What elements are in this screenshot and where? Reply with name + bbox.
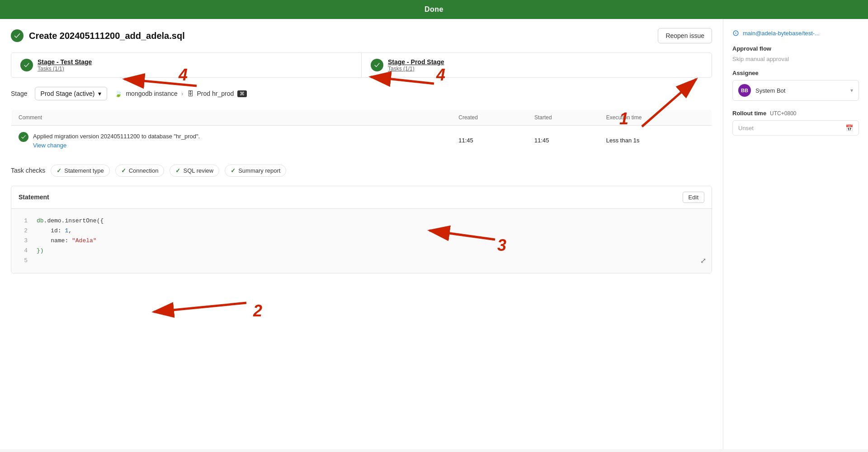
repo-link[interactable]: ⊙ main@adela-bytebase/test-... [732,28,859,38]
approval-flow-section: Approval flow Skip manual approval [732,45,859,62]
stage-prod[interactable]: Stage - Prod Stage Tasks (1/1) [361,53,712,77]
issue-status-icon [11,29,24,42]
col-started: Started [527,110,599,126]
stage-prod-status-icon [371,59,383,71]
stage-selector-label: Stage [11,90,28,97]
assignee-section: Assignee BB System Bot ▾ [732,70,859,101]
stage-test-name: Stage - Test Stage [38,58,92,66]
left-panel: Create 202405111200_add_adela.sql Reopen… [0,19,723,449]
edit-statement-button[interactable]: Edit [683,192,704,203]
check-badge-connection[interactable]: ✓ Connection [115,165,165,177]
check-badge-summary-report[interactable]: ✓ Summary report [225,165,286,177]
stage-dropdown-value: Prod Stage (active) [41,90,95,97]
rollout-unset-text: Unset [738,125,845,132]
code-text-3: name: "Adela" [37,236,97,246]
code-line-1: 1 db.demo.insertOne({ [19,216,704,226]
task-checks-row: Task checks ✓ Statement type ✓ Connectio… [11,165,712,177]
code-line-2: 2 id: 1, [19,226,704,236]
calendar-icon: 📅 [845,124,853,132]
reopen-issue-button[interactable]: Reopen issue [658,28,712,43]
rollout-label-row: Rollout time UTC+0800 [732,110,859,117]
check-label-summary-report: Summary report [238,167,280,174]
issue-title-row: Create 202405111200_add_adela.sql [11,29,185,42]
stage-prod-name[interactable]: Stage - Prod Stage [388,58,444,66]
cell-created: 11:45 [451,126,527,155]
avatar: BB [738,84,751,97]
db-icon: 🗄 [187,90,193,97]
statement-section: Statement Edit 1 db.demo.insertOne({ 2 i… [11,186,712,273]
assignee-chevron-icon: ▾ [850,87,853,94]
avatar-initials: BB [741,88,748,93]
line-num-4: 4 [19,246,28,256]
assignee-row[interactable]: BB System Bot ▾ [732,80,859,101]
code-line-3: 3 name: "Adela" [19,236,704,246]
check-label-statement: Statement type [64,167,104,174]
line-num-5: 5 [19,256,28,266]
col-comment: Comment [11,110,452,126]
stage-selector-row: Stage Prod Stage (active) ▾ 🍃 mongodb in… [11,87,712,100]
stages-row: Stage - Test Stage Tasks (1/1) Stage - P… [11,52,712,78]
right-panel: ⊙ main@adela-bytebase/test-... Approval … [723,19,868,449]
github-icon: ⊙ [732,28,739,38]
col-execution-time: Execution time [599,110,712,126]
code-text-5 [37,256,40,266]
code-block: 1 db.demo.insertOne({ 2 id: 1, 3 name: "… [11,209,712,273]
table-row: Applied migration version 202405111200 t… [11,126,712,155]
check-icon-summary-report: ✓ [231,167,236,174]
stage-test-tasks: Tasks (1/1) [38,66,92,72]
check-icon-sql-review: ✓ [175,167,180,174]
check-label-sql-review: SQL review [183,167,213,174]
repo-link-text: main@adela-bytebase/test-... [743,30,820,37]
stage-dropdown[interactable]: Prod Stage (active) ▾ [35,87,108,100]
line-num-2: 2 [19,226,28,236]
code-text-1: db.demo.insertOne({ [37,216,104,226]
status-label: Done [425,5,443,13]
expand-icon[interactable]: ⤢ [700,255,706,268]
cell-execution-time: Less than 1s [599,126,712,155]
check-label-connection: Connection [129,167,159,174]
db-leaf-icon: 🍃 [114,90,122,97]
cell-started: 11:45 [527,126,599,155]
stage-test-info: Stage - Test Stage Tasks (1/1) [38,58,92,72]
rollout-timezone: UTC+0800 [770,110,796,117]
approval-flow-label: Approval flow [732,45,859,52]
assignee-name: System Bot [755,87,846,94]
view-change-link[interactable]: View change [33,142,200,149]
statement-title: Statement [19,193,49,201]
statement-header: Statement Edit [11,186,712,209]
path-separator: › [181,90,184,97]
assignee-label: Assignee [732,70,859,76]
check-icon-statement: ✓ [57,167,61,174]
rollout-time-label: Rollout time [732,110,766,117]
db-instance-name: mongodb instance [126,90,177,97]
line-num-3: 3 [19,236,28,246]
task-checks-label: Task checks [11,167,45,174]
stage-test-status-icon [20,59,33,71]
code-line-4: 4 }) [19,246,704,256]
line-num-1: 1 [19,216,28,226]
db-name: Prod hr_prod [197,90,234,97]
check-icon-connection: ✓ [121,167,126,174]
stage-prod-tasks[interactable]: Tasks (1/1) [388,66,444,72]
check-badge-sql-review[interactable]: ✓ SQL review [170,165,219,177]
approval-flow-value: Skip manual approval [732,56,859,62]
tasks-table: Comment Created Started Execution time [11,109,712,155]
comment-text: Applied migration version 202405111200 t… [33,132,200,141]
row-status-icon [19,132,28,142]
rollout-section: Rollout time UTC+0800 Unset 📅 [732,110,859,136]
rollout-input-row[interactable]: Unset 📅 [732,120,859,136]
chevron-down-icon: ▾ [98,90,101,97]
terminal-icon: ⌘ [237,90,247,97]
stage-prod-info: Stage - Prod Stage Tasks (1/1) [388,58,444,72]
issue-title: Create 202405111200_add_adela.sql [29,31,185,41]
code-line-5: 5 [19,256,704,266]
top-status-bar: Done [0,0,868,19]
code-text-4: }) [37,246,44,256]
stage-test[interactable]: Stage - Test Stage Tasks (1/1) [11,53,361,77]
issue-header: Create 202405111200_add_adela.sql Reopen… [11,28,712,43]
col-created: Created [451,110,527,126]
check-badge-statement-type[interactable]: ✓ Statement type [51,165,109,177]
code-text-2: id: 1, [37,226,72,236]
cell-comment: Applied migration version 202405111200 t… [11,126,452,155]
db-path: 🍃 mongodb instance › 🗄 Prod hr_prod ⌘ [114,90,247,97]
